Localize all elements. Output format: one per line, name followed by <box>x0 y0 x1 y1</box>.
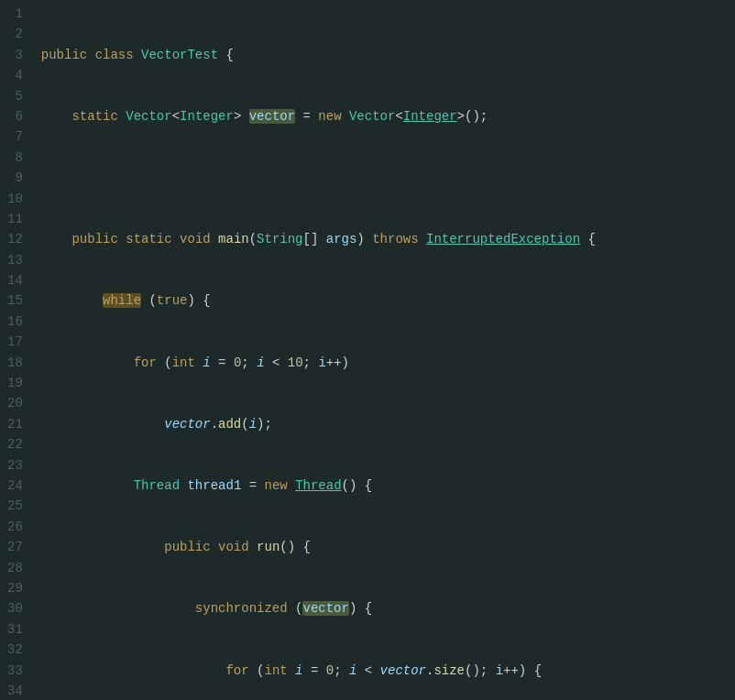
code-line-5: while (true) { <box>41 290 726 311</box>
code-line-3 <box>41 168 726 188</box>
code-content[interactable]: public class VectorTest { static Vector<… <box>32 4 735 700</box>
line-numbers: 1 2 3 4 5 6 7 8 9 10 11 12 13 14 15 16 1… <box>0 4 32 700</box>
code-line-9: public void run() { <box>41 537 726 557</box>
code-line-4: public static void main(String[] args) t… <box>41 229 726 249</box>
code-line-7: vector.add(i); <box>41 414 726 434</box>
code-line-10: synchronized (vector) { <box>41 598 726 618</box>
code-editor: 1 2 3 4 5 6 7 8 9 10 11 12 13 14 15 16 1… <box>0 0 735 700</box>
code-line-1: public class VectorTest { <box>41 45 726 65</box>
code-line-11: for (int i = 0; i < vector.size(); i++) … <box>41 661 726 681</box>
code-line-2: static Vector<Integer> vector = new Vect… <box>41 106 726 126</box>
code-line-6: for (int i = 0; i < 10; i++) <box>41 353 726 373</box>
code-line-8: Thread thread1 = new Thread() { <box>41 476 726 496</box>
